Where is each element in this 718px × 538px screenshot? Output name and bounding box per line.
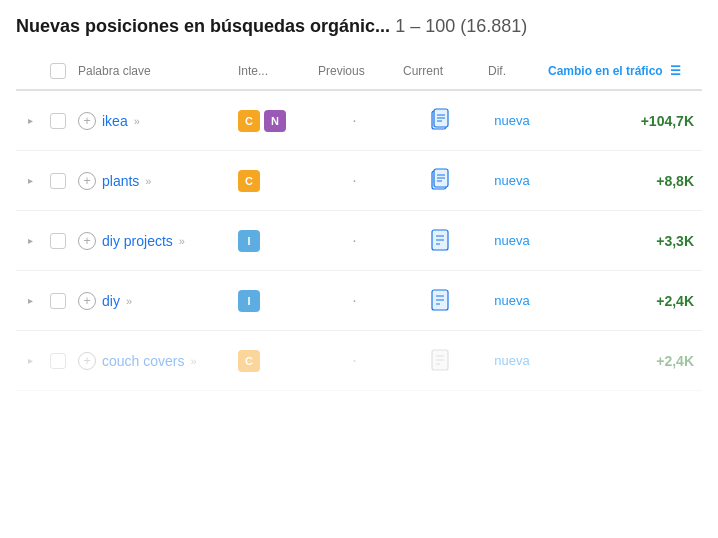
table-header: Palabra clave Inte... Previous Current D… — [16, 53, 702, 91]
previous-dot: · — [352, 232, 356, 249]
keyword-cell: + diy projects » — [72, 232, 232, 250]
row-checkbox-cell — [44, 293, 72, 309]
intent-badge-i: I — [238, 230, 260, 252]
th-previous: Previous — [312, 60, 397, 82]
current-cell[interactable] — [397, 167, 482, 195]
previous-cell: · — [312, 172, 397, 190]
nueva-badge: nueva — [482, 173, 542, 188]
keyword-link[interactable]: couch covers — [102, 353, 184, 369]
table-row: ▸ + diy » I · nueva +2,4K — [16, 271, 702, 331]
traffic-value: +2,4K — [542, 293, 702, 309]
previous-dot: · — [352, 292, 356, 309]
th-intent: Inte... — [232, 60, 312, 82]
keyword-arrow-icon: » — [134, 115, 140, 127]
table-row: ▸ + plants » C · nueva +8,8K — [16, 151, 702, 211]
keyword-cell: + diy » — [72, 292, 232, 310]
add-icon[interactable]: + — [78, 352, 96, 370]
current-cell[interactable] — [397, 227, 482, 255]
doc-icon — [427, 227, 453, 255]
th-keyword: Palabra clave — [72, 60, 232, 82]
keyword-arrow-icon: » — [126, 295, 132, 307]
keyword-link[interactable]: plants — [102, 173, 139, 189]
table-row: ▸ + diy projects » I · nueva +3,3K — [16, 211, 702, 271]
expand-button[interactable]: ▸ — [16, 175, 44, 186]
row-checkbox[interactable] — [50, 113, 66, 129]
title-range: 1 – 100 (16.881) — [395, 16, 527, 36]
previous-dot: · — [352, 112, 356, 129]
th-traffic-label: Cambio en el tráfico — [548, 64, 663, 78]
intent-badge-n: N — [264, 110, 286, 132]
intent-badge-c: C — [238, 350, 260, 372]
intent-cell: I — [232, 290, 312, 312]
nueva-badge: nueva — [482, 293, 542, 308]
doc-icon — [427, 347, 453, 375]
expand-button[interactable]: ▸ — [16, 235, 44, 246]
doc-icon — [427, 167, 453, 195]
traffic-value: +2,4K — [542, 353, 702, 369]
expand-button[interactable]: ▸ — [16, 115, 44, 126]
intent-cell: C — [232, 350, 312, 372]
keyword-cell: + ikea » — [72, 112, 232, 130]
intent-cell: C — [232, 170, 312, 192]
previous-cell: · — [312, 352, 397, 370]
th-traffic[interactable]: Cambio en el tráfico ☰ — [542, 60, 702, 82]
add-icon[interactable]: + — [78, 112, 96, 130]
previous-cell: · — [312, 112, 397, 130]
row-checkbox[interactable] — [50, 173, 66, 189]
intent-cell: CN — [232, 110, 312, 132]
th-check — [44, 59, 72, 83]
current-cell[interactable] — [397, 287, 482, 315]
keyword-link[interactable]: ikea — [102, 113, 128, 129]
keyword-cell: + couch covers » — [72, 352, 232, 370]
row-checkbox-cell — [44, 233, 72, 249]
row-checkbox-cell — [44, 353, 72, 369]
title-main: Nuevas posiciones en búsquedas orgánic..… — [16, 16, 390, 36]
keyword-arrow-icon: » — [190, 355, 196, 367]
table-row: ▸ + ikea » CN · nueva +104,7K — [16, 91, 702, 151]
nueva-badge: nueva — [482, 353, 542, 368]
expand-button[interactable]: ▸ — [16, 295, 44, 306]
nueva-badge: nueva — [482, 233, 542, 248]
keyword-link[interactable]: diy projects — [102, 233, 173, 249]
expand-button[interactable]: ▸ — [16, 355, 44, 366]
doc-icon — [427, 287, 453, 315]
traffic-value: +3,3K — [542, 233, 702, 249]
traffic-value: +8,8K — [542, 173, 702, 189]
intent-badge-c: C — [238, 110, 260, 132]
intent-badge-c: C — [238, 170, 260, 192]
previous-cell: · — [312, 292, 397, 310]
nueva-badge: nueva — [482, 113, 542, 128]
previous-cell: · — [312, 232, 397, 250]
add-icon[interactable]: + — [78, 292, 96, 310]
doc-icon — [427, 107, 453, 135]
row-checkbox[interactable] — [50, 293, 66, 309]
th-current: Current — [397, 60, 482, 82]
rows-container: ▸ + ikea » CN · nueva +104,7K ▸ + — [16, 91, 702, 391]
keyword-link[interactable]: diy — [102, 293, 120, 309]
intent-badge-i: I — [238, 290, 260, 312]
header-checkbox[interactable] — [50, 63, 66, 79]
current-cell[interactable] — [397, 107, 482, 135]
previous-dot: · — [352, 352, 356, 369]
page-title: Nuevas posiciones en búsquedas orgánic..… — [16, 16, 702, 37]
keyword-cell: + plants » — [72, 172, 232, 190]
keyword-arrow-icon: » — [179, 235, 185, 247]
row-checkbox-cell — [44, 113, 72, 129]
row-checkbox-cell — [44, 173, 72, 189]
add-icon[interactable]: + — [78, 232, 96, 250]
intent-cell: I — [232, 230, 312, 252]
row-checkbox[interactable] — [50, 233, 66, 249]
sort-icon: ☰ — [670, 64, 681, 78]
table-row: ▸ + couch covers » C · nueva +2,4K — [16, 331, 702, 391]
page-container: Nuevas posiciones en búsquedas orgánic..… — [0, 0, 718, 391]
th-dif: Dif. — [482, 60, 542, 82]
previous-dot: · — [352, 172, 356, 189]
keyword-arrow-icon: » — [145, 175, 151, 187]
traffic-value: +104,7K — [542, 113, 702, 129]
row-checkbox[interactable] — [50, 353, 66, 369]
add-icon[interactable]: + — [78, 172, 96, 190]
current-cell[interactable] — [397, 347, 482, 375]
th-expand — [16, 67, 44, 75]
